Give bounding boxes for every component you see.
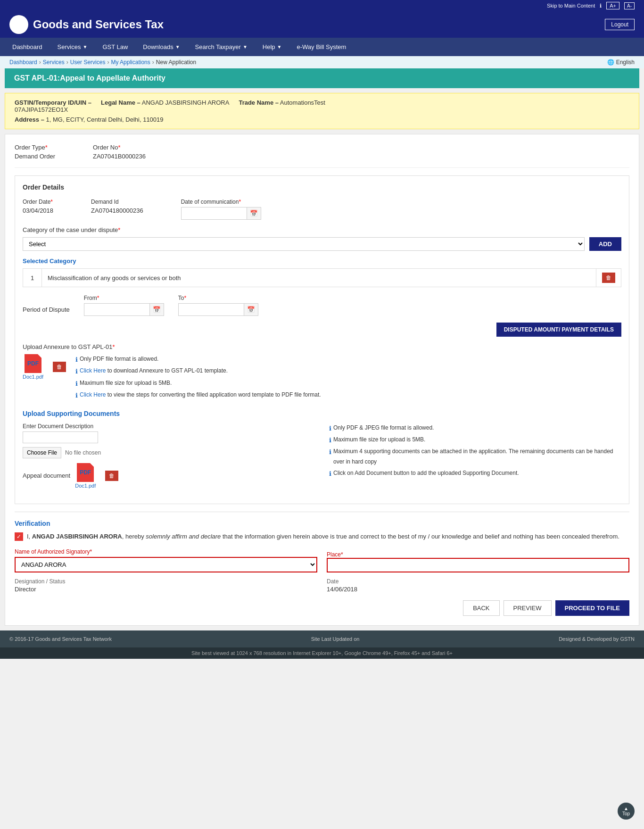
nav-gst-law[interactable]: GST Law (95, 38, 135, 56)
category-delete-button[interactable]: 🗑 (602, 273, 615, 283)
disputed-amount-button[interactable]: DISPUTED AMOUNT/ PAYMENT DETAILS (496, 323, 621, 337)
font-small-btn[interactable]: A- (624, 2, 635, 9)
add-category-button[interactable]: ADD (589, 237, 621, 251)
skip-main-link[interactable]: Skip to Main Content (547, 3, 595, 8)
info-text-3: Maximum file size for upload is 5MB. (80, 378, 172, 389)
order-date-field: Order Date* 03/04/2018 (23, 199, 53, 220)
category-select[interactable]: Select (23, 237, 585, 251)
proceed-to-file-button[interactable]: PROCEED TO FILE (555, 600, 630, 616)
order-no-label: Order No* (93, 144, 146, 151)
place-input[interactable]: Bangalore (327, 558, 629, 572)
sep1: › (39, 59, 41, 66)
taxpayer-info-row: GSTIN/Temporary ID/UIN – 07AJIPA1572EO1X… (15, 99, 629, 113)
language-selector[interactable]: 🌐 English (607, 59, 635, 66)
info-icon-3: ℹ (75, 378, 78, 389)
gstin-field: GSTIN/Temporary ID/UIN – 07AJIPA1572EO1X (15, 99, 91, 113)
header-logo: 🏛 Goods and Services Tax (9, 15, 164, 34)
choose-file-row: Choose File No file chosen (23, 447, 315, 458)
from-date-input[interactable]: 01/02/2018 (84, 303, 150, 316)
to-date-input[interactable]: 28/02/2018 (178, 303, 244, 316)
gstin-label: GSTIN/Temporary ID/UIN – (15, 99, 91, 106)
date-value: 14/06/2018 (327, 586, 629, 593)
breadcrumb-path: Dashboard › Services › User Services › M… (9, 59, 196, 66)
back-button[interactable]: BACK (463, 600, 499, 616)
sup-info-text-2: Maximum file size for upload is 5MB. (333, 435, 425, 445)
doc-desc-input[interactable] (23, 431, 98, 443)
logout-button[interactable]: Logout (605, 19, 635, 30)
order-type-section: Order Type* Demand Order Order No* ZA070… (15, 144, 629, 168)
order-no-value: ZA07041B0000236 (93, 153, 146, 160)
nav-downloads[interactable]: Downloads ▼ (135, 38, 187, 56)
info-text-4: Click Here to view the steps for convert… (80, 390, 321, 400)
sep2: › (66, 59, 68, 66)
nav-services[interactable]: Services ▼ (50, 38, 95, 56)
to-calendar-btn[interactable]: 📅 (244, 303, 258, 316)
breadcrumb-services[interactable]: Services (43, 59, 65, 66)
designation-label: Designation / Status (15, 578, 317, 585)
click-here-download[interactable]: Click Here (80, 367, 106, 374)
appeal-doc-delete-button[interactable]: 🗑 (105, 471, 118, 481)
font-large-btn[interactable]: A+ (606, 2, 619, 9)
breadcrumb-dashboard[interactable]: Dashboard (9, 59, 37, 66)
date-comm-input[interactable]: 03/04/2018 (181, 207, 247, 220)
doc-desc-label: Enter Document Description (23, 423, 315, 430)
category-num: 1 (23, 269, 42, 287)
no-file-text: No file chosen (65, 449, 101, 456)
nav-search-taxpayer[interactable]: Search Taxpayer ▼ (188, 38, 255, 56)
to-date-group: 28/02/2018 📅 (178, 303, 258, 316)
sup-info-3: ℹ Maximum 4 supporting documents can be … (329, 447, 621, 467)
trade-name-value: AutomationsTest (280, 99, 325, 106)
verification-text: I, ANGAD JASBIRSINGH ARORA, hereby solem… (27, 532, 619, 541)
services-arrow: ▼ (83, 44, 87, 50)
designation-value: Director (15, 586, 317, 593)
logo-icon: 🏛 (9, 15, 28, 34)
annexure-delete-button[interactable]: 🗑 (53, 362, 66, 372)
designation-row: Designation / Status Director Date 14/06… (15, 578, 629, 593)
sup-info-icon-1: ℹ (329, 423, 331, 434)
action-buttons: BACK PREVIEW PROCEED TO FILE (15, 600, 629, 616)
auth-signatory-field: Name of Authorized Signatory* ANGAD AROR… (15, 548, 317, 572)
selected-category-title: Selected Category (23, 257, 621, 265)
appeal-doc-pdf-icon: PDF Doc1.pdf (75, 463, 96, 489)
nav-dashboard[interactable]: Dashboard (5, 38, 50, 56)
demand-id-label: Demand Id (91, 199, 143, 205)
nav-eway-bill[interactable]: e-Way Bill System (289, 38, 354, 56)
info-text-2: Click Here to download Annexure to GST A… (80, 366, 228, 376)
demand-id-field: Demand Id ZA0704180000236 (91, 199, 143, 220)
from-calendar-btn[interactable]: 📅 (150, 303, 164, 316)
footer-last-updated: Site Last Updated on (311, 636, 360, 642)
date-comm-calendar-btn[interactable]: 📅 (247, 207, 261, 220)
choose-file-button[interactable]: Choose File (23, 447, 61, 458)
verification-checkbox[interactable]: ✓ (15, 532, 23, 541)
to-label: To* (178, 295, 258, 301)
help-arrow: ▼ (277, 44, 282, 50)
legal-name-field: Legal Name – ANGAD JASBIRSINGH ARORA (101, 99, 229, 106)
date-comm-field: Date of communication* 03/04/2018 📅 (181, 199, 261, 220)
address-label: Address – (15, 116, 44, 123)
footer-copyright: © 2016-17 Goods and Services Tax Network (9, 636, 112, 642)
breadcrumb-user-services[interactable]: User Services (70, 59, 106, 66)
top-bar: Skip to Main Content ℹ A+ A- (0, 0, 644, 11)
appeal-doc-label: Appeal document (23, 472, 70, 479)
order-date-value: 03/04/2018 (23, 207, 53, 214)
verification-title: Verification (15, 520, 629, 527)
verification-text-row: ✓ I, ANGAD JASBIRSINGH ARORA, hereby sol… (15, 532, 629, 541)
order-no-group: Order No* ZA07041B0000236 (93, 144, 146, 160)
selected-category-table: 1 Misclassification of any goods or serv… (23, 268, 621, 287)
date-comm-label: Date of communication* (181, 199, 261, 205)
click-here-steps[interactable]: Click Here (80, 391, 106, 398)
nav-help[interactable]: Help ▼ (255, 38, 289, 56)
breadcrumb-my-applications[interactable]: My Applications (111, 59, 150, 66)
appeal-doc-row: Appeal document PDF Doc1.pdf 🗑 (23, 463, 315, 489)
from-field: From* 01/02/2018 📅 (84, 295, 164, 316)
appeal-filename: Doc1.pdf (75, 483, 96, 489)
sup-info-text-4: Click on Add Document button to add the … (333, 468, 519, 479)
preview-button[interactable]: PREVIEW (504, 600, 552, 616)
auth-signatory-select[interactable]: ANGAD ARORA (15, 557, 317, 572)
sup-info-icon-3: ℹ (329, 447, 331, 457)
order-details-title: Order Details (23, 183, 621, 191)
order-date-row: Order Date* 03/04/2018 Demand Id ZA07041… (23, 199, 621, 220)
gstin-value: 07AJIPA1572EO1X (15, 106, 91, 113)
appeal-pdf-box: PDF (77, 463, 94, 482)
breadcrumb-current: New Application (156, 59, 196, 66)
